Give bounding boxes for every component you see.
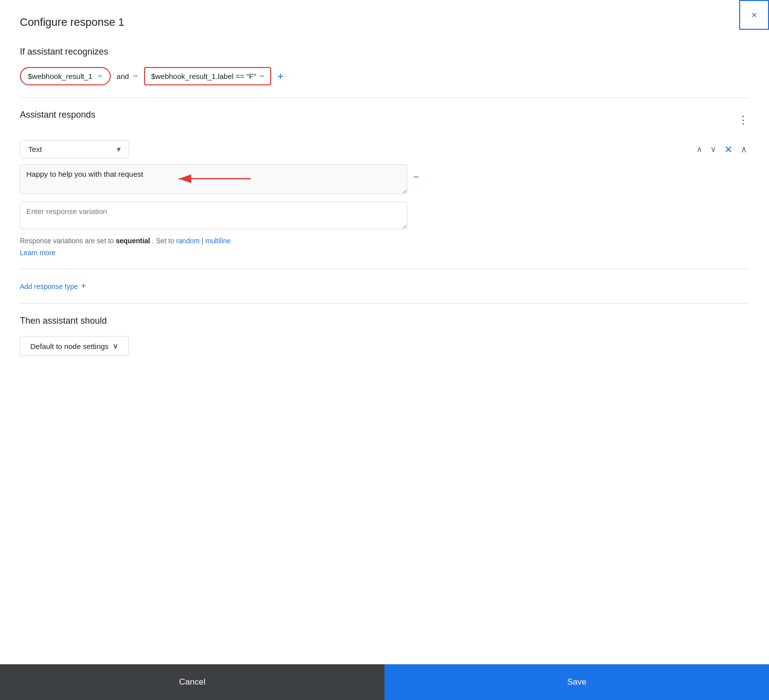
- condition-box-2[interactable]: $webhook_result_1.label == "F" −: [144, 67, 271, 85]
- assistant-responds-label: Assistant responds: [20, 110, 95, 120]
- default-node-label: Default to node settings: [30, 342, 109, 350]
- response-block: Text ▾ ∧ ∨ ✕ ∧ Happy to help you with th…: [20, 140, 749, 257]
- move-up-button[interactable]: ∧: [694, 142, 704, 156]
- add-response-type-label: Add response type: [20, 282, 78, 290]
- add-condition-button[interactable]: +: [277, 70, 284, 83]
- response-type-value: Text: [28, 145, 42, 153]
- condition-chip-1-text: $webhook_result_1: [28, 72, 92, 80]
- then-section-label: Then assistant should: [20, 316, 749, 326]
- cancel-button[interactable]: Cancel: [0, 664, 384, 700]
- variation-info: Response variations are set to sequentia…: [20, 237, 749, 245]
- close-button[interactable]: ×: [739, 0, 769, 30]
- and-remove-btn[interactable]: −: [133, 71, 139, 81]
- response-inputs-row: Happy to help you with that request −: [20, 164, 749, 196]
- add-response-type-plus: +: [81, 281, 86, 291]
- default-node-button[interactable]: Default to node settings ∨: [20, 336, 129, 356]
- and-operator: and −: [117, 71, 139, 81]
- response-type-chevron: ▾: [117, 144, 121, 154]
- save-button[interactable]: Save: [384, 664, 769, 700]
- move-down-button[interactable]: ∨: [708, 142, 718, 156]
- page-title: Configure response 1: [20, 16, 749, 29]
- remove-response-button[interactable]: ✕: [722, 141, 735, 157]
- then-section: Then assistant should Default to node se…: [20, 316, 749, 356]
- variation-info-bold: sequential: [116, 237, 150, 245]
- variation-text-input[interactable]: [20, 202, 407, 229]
- close-icon: ×: [751, 9, 757, 21]
- section-divider-1: [20, 97, 749, 98]
- learn-more-link[interactable]: Learn more: [20, 249, 749, 257]
- multiline-link[interactable]: multiline: [205, 237, 231, 245]
- collapse-button[interactable]: ∧: [739, 142, 749, 157]
- response-controls: ∧ ∨ ✕ ∧: [694, 141, 749, 157]
- and-label-text: and: [117, 72, 129, 80]
- section-divider-3: [20, 303, 749, 304]
- response-type-row: Text ▾ ∧ ∨ ✕ ∧: [20, 140, 749, 158]
- condition-chip-1-remove[interactable]: −: [97, 71, 103, 81]
- condition-row: $webhook_result_1 − and − $webhook_resul…: [20, 67, 749, 85]
- variation-info-mid: . Set to: [152, 237, 176, 245]
- section-divider-2: [20, 269, 749, 269]
- if-section-label: If assistant recognizes: [20, 47, 749, 57]
- more-options-button[interactable]: ⋮: [738, 114, 749, 127]
- if-section: If assistant recognizes $webhook_result_…: [20, 47, 749, 85]
- response-textarea-wrapper: Happy to help you with that request: [20, 164, 407, 196]
- add-response-type-row[interactable]: Add response type +: [20, 281, 749, 291]
- response-text-input[interactable]: Happy to help you with that request: [20, 164, 407, 194]
- remove-response-variation-btn[interactable]: −: [413, 164, 423, 183]
- variation-textarea-wrapper: [20, 202, 407, 231]
- variation-info-prefix: Response variations are set to: [20, 237, 116, 245]
- assistant-responds-section: Assistant responds ⋮ Text ▾ ∧ ∨ ✕ ∧: [20, 110, 749, 257]
- condition-box-2-text: $webhook_result_1.label == "F": [151, 72, 256, 80]
- condition-chip-1[interactable]: $webhook_result_1 −: [20, 67, 111, 85]
- random-link[interactable]: random: [176, 237, 199, 245]
- condition-box-2-remove[interactable]: −: [259, 71, 265, 81]
- footer-bar: Cancel Save: [0, 664, 769, 700]
- default-node-chevron: ∨: [113, 342, 118, 350]
- response-type-select[interactable]: Text ▾: [20, 140, 129, 158]
